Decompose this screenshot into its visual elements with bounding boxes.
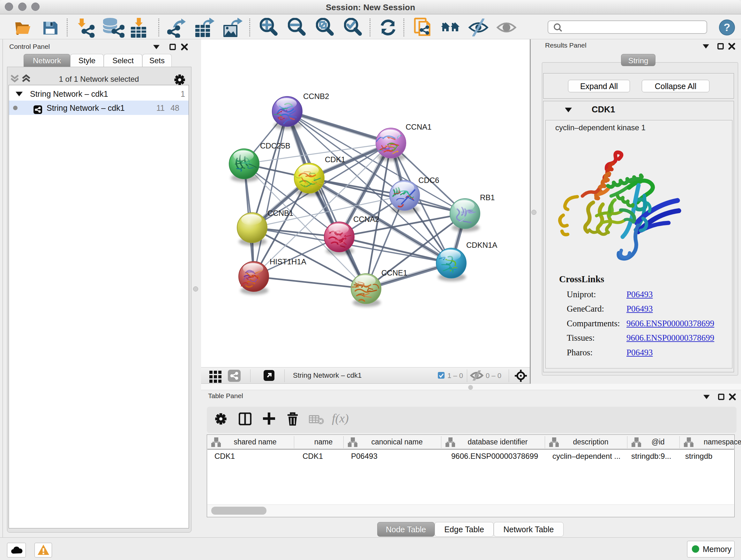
svg-text:?: ? [724,21,731,33]
svg-text:CCNB1: CCNB1 [267,209,293,217]
svg-text:CDKN1A: CDKN1A [466,241,497,249]
svg-text:CDC25B: CDC25B [260,141,290,150]
svg-text:CCNA1: CCNA1 [406,123,431,131]
svg-text:CCNA2: CCNA2 [353,215,379,224]
svg-text:CDK1: CDK1 [325,155,345,164]
svg-text:CDC6: CDC6 [418,176,439,185]
svg-text:RB1: RB1 [480,193,495,202]
svg-text:CCNB2: CCNB2 [303,92,329,101]
svg-text:CCNE1: CCNE1 [381,268,407,277]
svg-text:HIST1H1A: HIST1H1A [270,257,307,266]
